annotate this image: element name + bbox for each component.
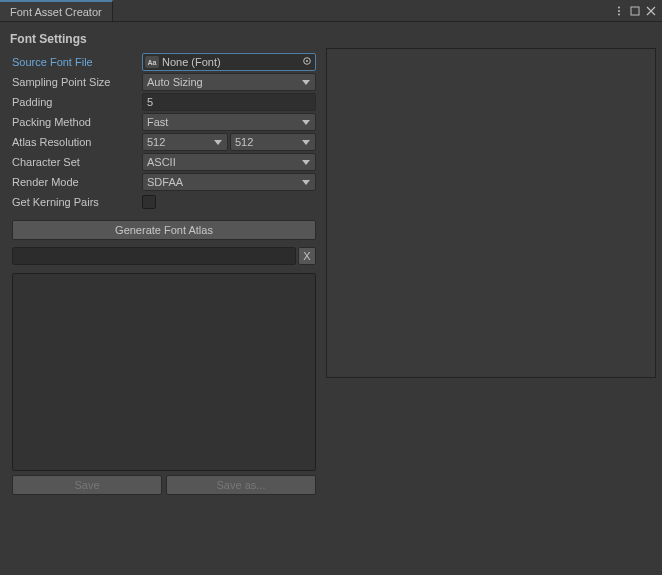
- kebab-icon[interactable]: [614, 6, 624, 16]
- kerning-checkbox[interactable]: [142, 195, 156, 209]
- atlas-label: Atlas Resolution: [12, 136, 142, 148]
- generate-button-label: Generate Font Atlas: [115, 224, 213, 236]
- sampling-dropdown[interactable]: Auto Sizing: [142, 73, 316, 91]
- clear-button-label: X: [303, 250, 310, 262]
- kerning-label: Get Kerning Pairs: [12, 196, 142, 208]
- chevron-down-icon: [302, 156, 310, 168]
- save-as-button-label: Save as...: [217, 479, 266, 491]
- charset-value: ASCII: [147, 156, 176, 168]
- source-font-field[interactable]: Aa None (Font): [142, 53, 316, 71]
- maximize-icon[interactable]: [630, 6, 640, 16]
- clear-button[interactable]: X: [298, 247, 316, 265]
- atlas-width-dropdown[interactable]: 512: [142, 133, 228, 151]
- atlas-height-value: 512: [235, 136, 253, 148]
- section-header: Font Settings: [4, 28, 318, 52]
- save-button[interactable]: Save: [12, 475, 162, 495]
- chevron-down-icon: [302, 176, 310, 188]
- chevron-down-icon: [302, 136, 310, 148]
- charset-label: Character Set: [12, 156, 142, 168]
- padding-label: Padding: [12, 96, 142, 108]
- window-tab[interactable]: Font Asset Creator: [0, 0, 113, 21]
- font-icon: Aa: [145, 56, 159, 68]
- window-tab-label: Font Asset Creator: [10, 6, 102, 18]
- svg-point-0: [618, 6, 620, 8]
- chevron-down-icon: [302, 116, 310, 128]
- save-button-label: Save: [74, 479, 99, 491]
- svg-point-5: [306, 60, 308, 62]
- settings-panel: Font Settings Source Font File Aa None (…: [4, 28, 318, 569]
- source-font-value: None (Font): [162, 56, 221, 68]
- render-label: Render Mode: [12, 176, 142, 188]
- font-asset-creator-window: Font Asset Creator Font Settings Source …: [0, 0, 662, 575]
- atlas-preview-box: [326, 48, 656, 378]
- log-preview-box: [12, 273, 316, 471]
- svg-rect-3: [631, 7, 639, 15]
- packing-label: Packing Method: [12, 116, 142, 128]
- object-picker-icon[interactable]: [302, 56, 312, 68]
- atlas-width-value: 512: [147, 136, 165, 148]
- padding-value: 5: [147, 96, 153, 108]
- chevron-down-icon: [302, 76, 310, 88]
- svg-point-2: [618, 13, 620, 15]
- close-icon[interactable]: [646, 6, 656, 16]
- source-font-label: Source Font File: [12, 56, 142, 68]
- generate-button[interactable]: Generate Font Atlas: [12, 220, 316, 240]
- atlas-height-dropdown[interactable]: 512: [230, 133, 316, 151]
- sampling-label: Sampling Point Size: [12, 76, 142, 88]
- render-value: SDFAA: [147, 176, 183, 188]
- progress-bar: [12, 247, 296, 265]
- charset-dropdown[interactable]: ASCII: [142, 153, 316, 171]
- titlebar: Font Asset Creator: [0, 0, 662, 22]
- svg-point-1: [618, 10, 620, 12]
- sampling-value: Auto Sizing: [147, 76, 203, 88]
- packing-value: Fast: [147, 116, 168, 128]
- save-as-button[interactable]: Save as...: [166, 475, 316, 495]
- render-dropdown[interactable]: SDFAA: [142, 173, 316, 191]
- packing-dropdown[interactable]: Fast: [142, 113, 316, 131]
- padding-input[interactable]: 5: [142, 93, 316, 111]
- chevron-down-icon: [214, 136, 222, 148]
